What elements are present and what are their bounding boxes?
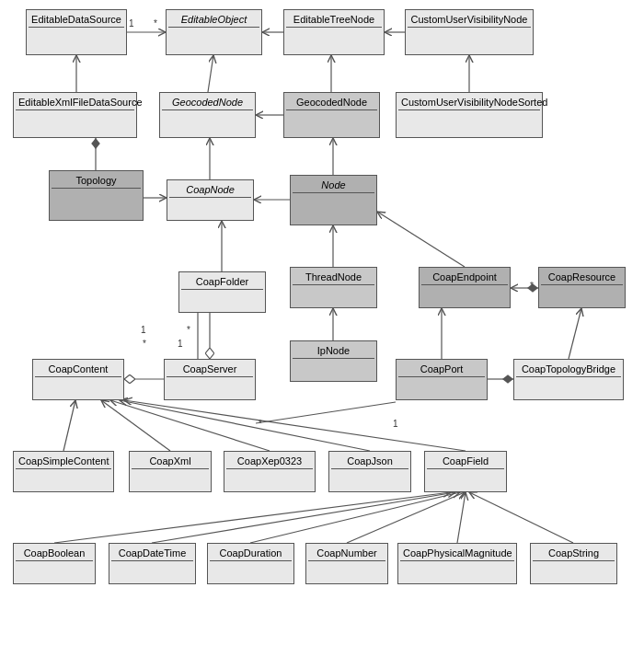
box-title-CoapBoolean: CoapBoolean (16, 546, 93, 560)
box-body-CoapResource (541, 284, 623, 305)
box-body-EditableObject (168, 27, 259, 52)
box-body-CoapFolder (181, 289, 263, 310)
box-title-CoapField: CoapField (427, 454, 504, 468)
box-GeocodedNode2: GeocodedNode (283, 92, 380, 138)
box-CoapNumber: CoapNumber (305, 543, 388, 584)
box-CoapDuration: CoapDuration (207, 543, 294, 584)
box-body-CoapSimpleContent (16, 468, 111, 490)
box-CoapServer: CoapServer (164, 359, 256, 400)
svg-line-30 (120, 400, 370, 451)
box-Topology: Topology (49, 170, 144, 221)
box-CoapResource: CoapResource (538, 267, 626, 308)
mult-1-label: 1 (129, 18, 134, 29)
mult-star-label: * (154, 18, 157, 29)
box-title-EditableTreeNode: EditableTreeNode (286, 12, 382, 27)
box-title-CoapFolder: CoapFolder (181, 274, 263, 289)
box-body-ThreadNode (293, 284, 374, 305)
box-CoapTopologyBridge: CoapTopologyBridge (513, 359, 624, 400)
svg-line-28 (101, 400, 170, 451)
box-CoapContent: CoapContent (32, 359, 124, 400)
box-title-CoapPort: CoapPort (398, 362, 485, 376)
box-body-CustomUserVisibilityNode (408, 27, 531, 52)
box-title-EditableXmlFileDataSource: EditableXmlFileDataSource (16, 95, 134, 109)
box-CoapJson: CoapJson (328, 451, 411, 492)
box-title-CoapNumber: CoapNumber (308, 546, 385, 560)
box-title-Topology: Topology (52, 173, 141, 188)
uml-diagram: 1 * 1 * * 1 * * 1 1 * EditableDataSource… (0, 0, 644, 645)
svg-line-26 (569, 308, 581, 359)
box-title-CoapPhysicalMagnitude: CoapPhysicalMagnitude (400, 546, 514, 560)
mult-star-e-label: * (530, 281, 534, 291)
box-ThreadNode: ThreadNode (290, 267, 377, 308)
box-body-GeocodedNode1 (162, 109, 253, 135)
box-body-CoapDateTime (111, 560, 193, 582)
box-title-EditableObject: EditableObject (168, 12, 259, 27)
box-body-EditableTreeNode (286, 27, 382, 52)
box-CoapNode: CoapNode (167, 179, 254, 221)
box-body-CoapDuration (210, 560, 292, 582)
box-CoapXep0323: CoapXep0323 (224, 451, 316, 492)
box-GeocodedNode1: GeocodedNode (159, 92, 256, 138)
box-body-CoapXep0323 (226, 468, 313, 490)
box-body-EditableXmlFileDataSource (16, 109, 134, 135)
box-body-CoapServer (167, 376, 253, 397)
box-title-CustomUserVisibilityNode: CustomUserVisibilityNode (408, 12, 531, 27)
box-body-CoapPhysicalMagnitude (400, 560, 514, 582)
box-body-CoapJson (331, 468, 408, 490)
box-CoapXml: CoapXml (129, 451, 212, 492)
box-title-EditableDataSource: EditableDataSource (29, 12, 124, 27)
box-CustomUserVisibilityNodeSorted: CustomUserVisibilityNodeSorted (396, 92, 543, 138)
mult-1a-label: 1 (141, 325, 146, 335)
box-title-CoapTopologyBridge: CoapTopologyBridge (516, 362, 621, 376)
svg-line-31 (124, 400, 466, 451)
box-EditableXmlFileDataSource: EditableXmlFileDataSource (13, 92, 137, 138)
box-body-CoapXml (132, 468, 209, 490)
box-title-CoapJson: CoapJson (331, 454, 408, 468)
box-title-CoapString: CoapString (533, 546, 615, 560)
box-title-CoapSimpleContent: CoapSimpleContent (16, 454, 111, 468)
box-CoapString: CoapString (530, 543, 617, 584)
box-body-EditableDataSource (29, 27, 124, 52)
box-CoapEndpoint: CoapEndpoint (419, 267, 511, 308)
svg-line-35 (347, 492, 465, 543)
box-title-CoapEndpoint: CoapEndpoint (421, 270, 508, 284)
svg-line-34 (250, 492, 460, 543)
svg-line-6 (208, 55, 213, 92)
box-CoapField: CoapField (424, 451, 507, 492)
box-title-CoapNode: CoapNode (169, 182, 251, 197)
box-title-GeocodedNode1: GeocodedNode (162, 95, 253, 109)
box-body-CoapNode (169, 197, 251, 218)
mult-star-d-label: * (259, 419, 262, 429)
box-body-IpNode (293, 358, 374, 379)
box-body-CoapString (533, 560, 615, 582)
box-EditableObject: EditableObject (166, 9, 262, 55)
box-title-Node: Node (293, 178, 374, 192)
box-title-CoapResource: CoapResource (541, 270, 623, 284)
mult-1b-label: 1 (178, 339, 183, 349)
svg-line-23 (256, 402, 396, 423)
box-title-CoapDuration: CoapDuration (210, 546, 292, 560)
box-CoapBoolean: CoapBoolean (13, 543, 96, 584)
svg-line-37 (469, 492, 573, 543)
box-title-CustomUserVisibilityNodeSorted: CustomUserVisibilityNodeSorted (398, 95, 540, 109)
svg-line-27 (63, 400, 75, 451)
box-body-CustomUserVisibilityNodeSorted (398, 109, 540, 135)
box-CoapDateTime: CoapDateTime (109, 543, 196, 584)
box-body-CoapContent (35, 376, 121, 397)
svg-line-33 (152, 492, 455, 543)
box-body-CoapEndpoint (421, 284, 508, 305)
box-title-GeocodedNode2: GeocodedNode (286, 95, 377, 109)
box-body-Node (293, 192, 374, 223)
box-CoapSimpleContent: CoapSimpleContent (13, 451, 114, 492)
box-body-Topology (52, 188, 141, 218)
box-title-CoapXml: CoapXml (132, 454, 209, 468)
svg-line-32 (54, 492, 451, 543)
box-title-IpNode: IpNode (293, 343, 374, 358)
box-title-CoapXep0323: CoapXep0323 (226, 454, 313, 468)
box-Node: Node (290, 175, 377, 225)
box-IpNode: IpNode (290, 340, 377, 382)
mult-1c-label: 1 (393, 419, 398, 429)
svg-line-36 (457, 492, 466, 543)
svg-line-18 (377, 212, 465, 267)
box-CoapPort: CoapPort (396, 359, 488, 400)
